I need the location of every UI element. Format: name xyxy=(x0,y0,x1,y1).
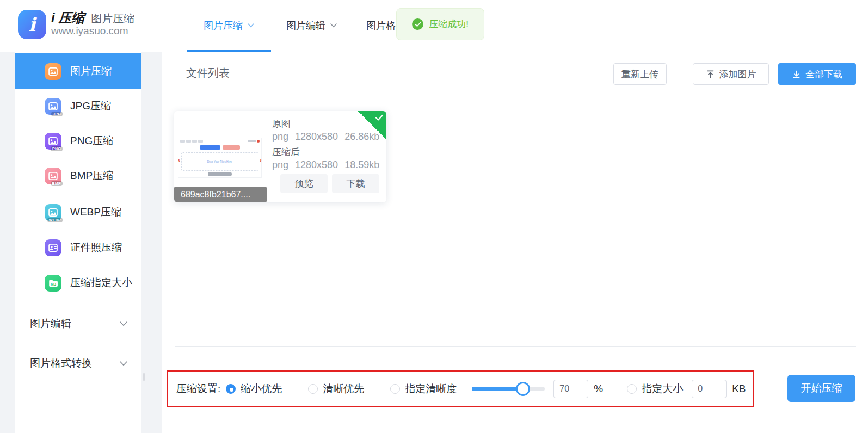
sidebar-item-label: PNG压缩 xyxy=(70,134,113,148)
success-toast: 压缩成功! xyxy=(396,8,484,40)
compression-settings-bar: 压缩设置: 缩小优先 清晰优先 指定清晰度 % 指定大小 xyxy=(167,370,754,407)
option-shrink-priority[interactable]: 缩小优先 xyxy=(226,382,282,396)
brand-name: i 压缩 xyxy=(51,9,84,27)
radio-custom-clarity[interactable] xyxy=(390,384,400,394)
bmp-compress-icon: BMP xyxy=(45,168,61,184)
original-format: png xyxy=(272,131,288,143)
reupload-button[interactable]: 重新上传 xyxy=(613,63,667,85)
thumb-drop-text: Drop Your Files Here xyxy=(207,160,232,163)
app: i i 压缩 图片压缩 www.iyasuo.com 图片压缩 图片编辑 图片格… xyxy=(0,0,868,433)
nav-tab-label: 图片编辑 xyxy=(286,19,325,32)
original-dimensions: 1280x580 xyxy=(295,131,338,143)
bmp-badge: BMP xyxy=(51,181,63,186)
download-icon xyxy=(792,70,801,79)
add-images-label: 添加图片 xyxy=(719,68,756,81)
download-all-label: 全部下载 xyxy=(805,68,842,81)
radio-label: 指定大小 xyxy=(642,382,683,396)
thumb-dropzone: Drop Your Files Here xyxy=(181,152,258,171)
sidebar-item-label: WEBP压缩 xyxy=(70,205,121,219)
preview-button[interactable]: 预览 xyxy=(280,174,328,193)
settings-divider xyxy=(175,346,856,347)
thumb-clear-chip xyxy=(223,145,240,150)
png-badge: PNG xyxy=(51,146,63,151)
quality-input[interactable] xyxy=(553,380,588,398)
thumb-left-arrow: ‹ xyxy=(178,157,180,163)
sidebar: 图片压缩 JPG JPG压缩 PNG PNG压缩 BMP BMP压缩 xyxy=(15,52,141,433)
sidebar-section-image-edit[interactable]: 图片编辑 xyxy=(15,307,141,340)
thumb-topright xyxy=(248,140,260,143)
brand: i 压缩 图片压缩 xyxy=(51,9,134,27)
brand-url: www.iyasuo.com xyxy=(51,25,128,37)
radio-label: 缩小优先 xyxy=(241,382,282,396)
quality-slider[interactable] xyxy=(472,387,545,391)
percent-unit: % xyxy=(594,383,603,395)
target-size-input[interactable] xyxy=(692,380,727,398)
thumb-buttons xyxy=(178,145,261,150)
nav-tab-label: 图片压缩 xyxy=(204,19,243,32)
sidebar-section-label: 图片编辑 xyxy=(30,317,71,331)
download-button[interactable]: 下载 xyxy=(332,174,379,193)
compressed-size: 18.59kb xyxy=(344,159,379,171)
start-compress-label: 开始压缩 xyxy=(801,381,842,395)
image-compress-icon xyxy=(45,63,61,80)
header: i i 压缩 图片压缩 www.iyasuo.com 图片压缩 图片编辑 图片格… xyxy=(0,0,868,52)
sidebar-scrollbar-thumb[interactable] xyxy=(143,373,145,381)
option-custom-clarity[interactable]: 指定清晰度 xyxy=(390,382,457,396)
radio-shrink-priority[interactable] xyxy=(226,384,236,394)
compressed-dimensions: 1280x580 xyxy=(295,159,338,171)
sidebar-item-label: 图片压缩 xyxy=(70,64,112,78)
logo[interactable]: i xyxy=(18,10,46,39)
chevron-down-icon xyxy=(248,23,254,28)
kb-folder-icon: KB xyxy=(45,275,61,292)
sidebar-item-bmp-compress[interactable]: BMP BMP压缩 xyxy=(15,159,141,192)
brand-tagline: 图片压缩 xyxy=(91,11,134,26)
main-panel: 文件列表 重新上传 添加图片 全部下载 Drop Your Files Here xyxy=(162,52,868,433)
file-thumbnail[interactable]: Drop Your Files Here ‹ › xyxy=(178,138,261,177)
logo-i-icon: i xyxy=(29,15,36,34)
check-circle-icon xyxy=(412,18,423,30)
compressed-label: 压缩后 xyxy=(272,146,379,158)
page-title: 文件列表 xyxy=(186,66,230,81)
kb-unit: KB xyxy=(732,383,746,395)
jpg-badge: JPG xyxy=(51,112,63,116)
slider-handle[interactable] xyxy=(516,382,530,396)
file-meta: 原图 png 1280x580 26.86kb 压缩后 png 1280x580… xyxy=(272,116,379,174)
sidebar-item-label: BMP压缩 xyxy=(70,169,113,183)
add-images-button[interactable]: 添加图片 xyxy=(693,63,769,85)
file-card: Drop Your Files Here ‹ › 689ac8fb21b67..… xyxy=(174,111,386,202)
toast-text: 压缩成功! xyxy=(429,18,469,30)
option-clarity-priority[interactable]: 清晰优先 xyxy=(308,382,364,396)
thumb-right-arrow: › xyxy=(260,157,262,163)
sidebar-item-image-compress[interactable]: 图片压缩 xyxy=(15,53,141,89)
file-card-actions: 预览 下载 xyxy=(280,174,379,193)
sidebar-item-target-size-compress[interactable]: KB 压缩指定大小 xyxy=(15,267,141,299)
reupload-label: 重新上传 xyxy=(621,68,658,81)
nav-tab-image-compress[interactable]: 图片压缩 xyxy=(187,0,271,51)
original-size: 26.86kb xyxy=(344,131,379,143)
thumb-format-chips xyxy=(180,140,203,143)
sidebar-item-label: 证件照压缩 xyxy=(70,240,122,255)
original-label: 原图 xyxy=(272,117,379,130)
sidebar-item-png-compress[interactable]: PNG PNG压缩 xyxy=(15,125,141,157)
nav-tab-image-edit[interactable]: 图片编辑 xyxy=(275,0,348,51)
header-divider xyxy=(162,96,868,96)
start-compress-button[interactable]: 开始压缩 xyxy=(787,375,855,402)
chevron-down-icon xyxy=(120,321,127,326)
radio-target-size[interactable] xyxy=(627,384,637,394)
nav-active-underline xyxy=(187,50,271,52)
option-target-size[interactable]: 指定大小 xyxy=(627,382,683,396)
sidebar-section-label: 图片格式转换 xyxy=(30,356,92,370)
thumb-bottom-pill xyxy=(178,172,261,176)
download-all-button[interactable]: 全部下载 xyxy=(778,63,856,85)
compressed-format: png xyxy=(272,159,288,171)
sidebar-item-webp-compress[interactable]: WEBP WEBP压缩 xyxy=(15,196,141,228)
thumb-upload-chip xyxy=(200,145,220,150)
chevron-down-icon xyxy=(330,23,337,28)
sidebar-section-image-convert[interactable]: 图片格式转换 xyxy=(15,347,141,380)
sidebar-item-id-photo-compress[interactable]: 证件照压缩 xyxy=(15,231,141,264)
original-info: png 1280x580 26.86kb xyxy=(272,131,379,143)
radio-clarity-priority[interactable] xyxy=(308,384,318,394)
radio-label: 清晰优先 xyxy=(323,382,364,396)
png-compress-icon: PNG xyxy=(45,133,61,150)
sidebar-item-jpg-compress[interactable]: JPG JPG压缩 xyxy=(15,90,141,122)
